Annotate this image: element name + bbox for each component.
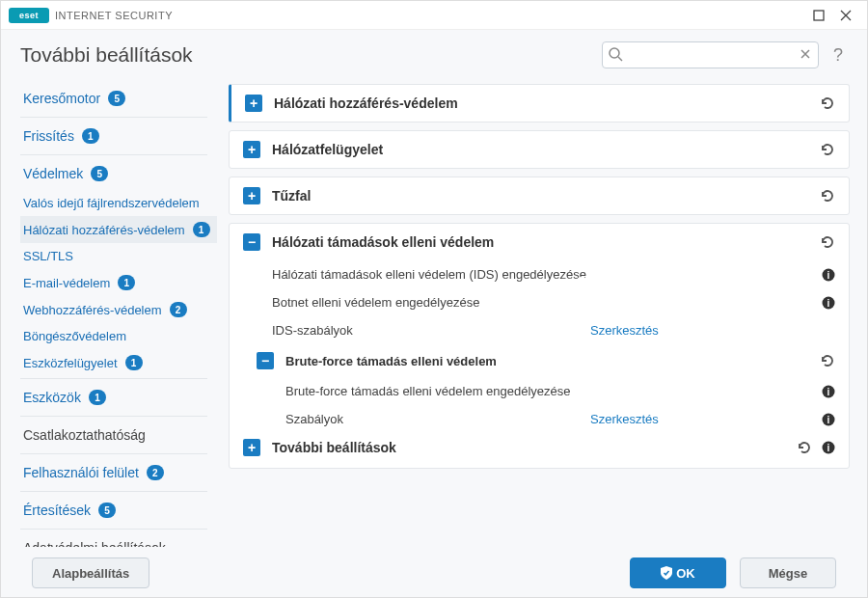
revert-icon[interactable] (820, 142, 835, 157)
row-label: IDS-szabályok (272, 323, 590, 338)
info-icon[interactable]: i (822, 268, 835, 282)
panel-header[interactable]: Hálózati hozzáférés-védelem (231, 85, 849, 122)
panel-network-access-protection: Hálózati hozzáférés-védelem (229, 84, 850, 122)
maximize-button[interactable] (805, 4, 832, 27)
subsection-title: Brute-force támadás elleni védelem (285, 354, 812, 368)
expand-icon (243, 439, 260, 456)
sidebar-item-web-access[interactable]: Webhozzáférés-védelem 2 (20, 296, 217, 323)
svg-text:i: i (827, 270, 830, 281)
sidebar-item-ssl-tls[interactable]: SSL/TLS (20, 243, 217, 269)
sidebar-item-label: Csatlakoztathatóság (23, 427, 146, 443)
sidebar-item-realtime[interactable]: Valós idejű fájlrendszervédelem (20, 190, 217, 216)
badge: 1 (193, 222, 210, 237)
sidebar-item-email[interactable]: E-mail-védelem 1 (20, 269, 217, 296)
footer: Alapbeállítás OK Mégse (1, 547, 867, 598)
badge: 5 (108, 91, 125, 106)
subsection-brute-force[interactable]: Brute-force támadás elleni védelem (230, 344, 849, 377)
sidebar-item-label: Adatvédelmi beállítások (23, 540, 166, 547)
panel-title: Tűzfal (272, 188, 812, 204)
sidebar-item-connectivity[interactable]: Csatlakoztathatóság (20, 419, 217, 451)
sidebar-item-protections[interactable]: Védelmek 5 (20, 157, 217, 190)
edit-link[interactable]: Szerkesztés (590, 323, 659, 338)
sidebar-item-label: E-mail-védelem (23, 276, 110, 290)
panel-firewall: Tűzfal (229, 177, 850, 215)
panel-network-monitor: Hálózatfelügyelet (229, 130, 850, 169)
revert-icon[interactable] (797, 440, 812, 455)
badge: 1 (125, 355, 143, 370)
badge: 1 (89, 390, 106, 405)
expand-icon (243, 141, 260, 158)
sidebar: Keresőmotor 5 Frissítés 1 Védelmek 5 Val… (1, 72, 221, 547)
sidebar-item-ui[interactable]: Felhasználói felület 2 (20, 456, 217, 489)
panel-header[interactable]: Hálózati támadások elleni védelem (230, 224, 849, 260)
svg-point-1 (610, 48, 619, 58)
panel-header[interactable]: Hálózatfelügyelet (230, 131, 849, 168)
ok-label: OK (676, 566, 695, 581)
badge: 1 (118, 275, 135, 290)
default-button[interactable]: Alapbeállítás (32, 557, 149, 588)
info-icon[interactable]: i (822, 385, 835, 398)
ok-button[interactable]: OK (630, 557, 726, 588)
expand-icon (243, 187, 260, 204)
divider (20, 491, 207, 492)
badge: 2 (170, 302, 187, 317)
info-icon[interactable]: i (822, 413, 835, 426)
sidebar-item-label: Felhasználói felület (23, 465, 139, 480)
subsection-more-settings[interactable]: További beállítások i (230, 433, 849, 468)
sidebar-item-label: Webhozzáférés-védelem (23, 303, 162, 317)
sidebar-item-network-access[interactable]: Hálózati hozzáférés-védelem 1 (20, 216, 217, 243)
edit-link[interactable]: Szerkesztés (590, 412, 659, 426)
row-brute-force-enable: Brute-force támadás elleni védelem enged… (230, 377, 849, 405)
divider (20, 117, 207, 118)
row-label: Brute-force támadás elleni védelem enged… (285, 384, 590, 398)
revert-icon[interactable] (820, 95, 835, 111)
sidebar-item-label: Frissítés (23, 128, 74, 144)
sidebar-item-label: Hálózati hozzáférés-védelem (23, 223, 185, 237)
subsection-title: További beállítások (272, 440, 789, 455)
clear-search-icon[interactable] (798, 46, 813, 62)
panel-title: Hálózatfelügyelet (272, 142, 812, 157)
close-button[interactable] (832, 4, 859, 27)
sidebar-item-privacy[interactable]: Adatvédelmi beállítások (20, 531, 217, 547)
revert-icon[interactable] (820, 188, 835, 204)
panel-network-attack-protection: Hálózati támadások elleni védelem Hálóza… (229, 223, 850, 469)
search-input[interactable] (602, 41, 819, 68)
divider (20, 154, 207, 155)
collapse-icon (257, 352, 274, 369)
sidebar-item-detection-engine[interactable]: Keresőmotor 5 (20, 82, 217, 115)
svg-rect-0 (814, 11, 824, 20)
revert-icon[interactable] (820, 234, 835, 250)
sidebar-item-label: SSL/TLS (23, 249, 73, 263)
maximize-icon (813, 10, 825, 21)
help-button[interactable]: ? (828, 45, 848, 66)
divider (20, 453, 207, 454)
sidebar-item-browser[interactable]: Böngészővédelem (20, 323, 217, 349)
divider (20, 529, 207, 530)
sidebar-item-tools[interactable]: Eszközök 1 (20, 381, 217, 414)
brand-icon: eset (9, 8, 49, 23)
svg-text:i: i (827, 443, 830, 453)
panel-title: Hálózati támadások elleni védelem (272, 234, 812, 250)
close-icon (840, 10, 852, 21)
cancel-button[interactable]: Mégse (740, 557, 836, 588)
sidebar-item-label: Keresőmotor (23, 91, 100, 106)
sidebar-item-label: Védelmek (23, 166, 83, 181)
search-icon (608, 46, 623, 62)
sidebar-item-label: Eszközök (23, 390, 81, 405)
app-name: INTERNET SECURITY (55, 10, 173, 21)
sidebar-item-notifications[interactable]: Értesítések 5 (20, 494, 217, 527)
collapse-icon (243, 233, 260, 251)
sidebar-item-device-control[interactable]: Eszközfelügyelet 1 (20, 349, 217, 376)
panel-header[interactable]: Tűzfal (230, 177, 849, 214)
row-brute-force-rules: Szabályok Szerkesztés i (230, 405, 849, 433)
row-label: Hálózati támadások elleni védelem (IDS) … (272, 267, 590, 282)
badge: 5 (98, 503, 116, 518)
info-icon[interactable]: i (822, 441, 835, 454)
sidebar-item-update[interactable]: Frissítés 1 (20, 120, 217, 152)
titlebar: eset INTERNET SECURITY (1, 1, 867, 30)
page-header: További beállítások ? (1, 30, 867, 72)
info-icon[interactable]: i (822, 296, 835, 310)
search-container (602, 41, 819, 68)
revert-icon[interactable] (820, 353, 835, 368)
row-label: Szabályok (285, 412, 590, 426)
